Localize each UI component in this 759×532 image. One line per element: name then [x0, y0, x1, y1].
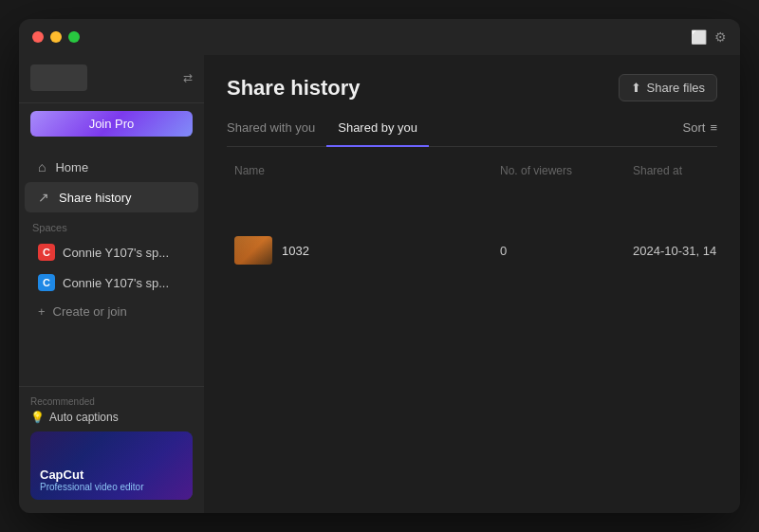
maximize-button[interactable] [68, 31, 80, 43]
space-name-1: Connie Y107's sp... [63, 246, 169, 260]
file-thumbnail [234, 236, 272, 265]
viewers-count: 0 [500, 244, 633, 258]
close-button[interactable] [32, 31, 44, 43]
monitor-icon[interactable]: ⬜ [691, 29, 707, 45]
space-item-2[interactable]: C Connie Y107's sp... [25, 267, 198, 298]
page-title: Share history [227, 76, 361, 101]
capcut-title: CapCut [40, 468, 144, 482]
sidebar-item-share-history[interactable]: ↗ Share history [25, 182, 198, 212]
space-icon-1: C [38, 244, 55, 261]
tabs: Shared with you Shared by you [227, 117, 429, 138]
titlebar-actions: ⬜ ⚙ [691, 29, 727, 45]
share-files-icon: ⬆ [631, 81, 641, 95]
sidebar-bottom: Recommended 💡 Auto captions CapCut Profe… [19, 386, 204, 504]
table-header: Name No. of viewers Shared at Who can op… [227, 158, 717, 223]
join-pro-button[interactable]: Join Pro [30, 111, 193, 137]
tab-shared-by-you[interactable]: Shared by you [326, 117, 429, 138]
sidebar-home-label: Home [55, 160, 88, 174]
sidebar-item-home[interactable]: ⌂ Home [25, 152, 198, 182]
file-cell: 1032 [234, 236, 500, 265]
capcut-banner[interactable]: CapCut Professional video editor [30, 431, 193, 500]
sidebar: ⇄ Join Pro ⌂ Home ↗ Share history Spaces… [19, 55, 204, 513]
table-body: 1032 0 2024-10-31, 14:53 Everyone ▾ 🔗 Co… [227, 225, 717, 494]
space-item-1[interactable]: C Connie Y107's sp... [25, 237, 198, 267]
space-name-2: Connie Y107's sp... [63, 276, 169, 290]
create-or-join-button[interactable]: + Create or join [25, 298, 198, 325]
col-shared-at: Shared at [633, 164, 740, 217]
table-row[interactable]: 1032 0 2024-10-31, 14:53 Everyone ▾ 🔗 Co… [227, 225, 717, 276]
settings-icon[interactable]: ⚙ [714, 29, 727, 45]
sidebar-share-history-label: Share history [59, 191, 132, 205]
minimize-button[interactable] [50, 31, 62, 43]
main-layout: ⇄ Join Pro ⌂ Home ↗ Share history Spaces… [19, 55, 740, 513]
create-join-label: Create or join [53, 304, 127, 319]
sidebar-nav: ⌂ Home ↗ Share history Spaces C Connie Y… [19, 148, 204, 378]
app-window: ⬜ ⚙ ⇄ Join Pro ⌂ Home ↗ Share history [19, 19, 740, 513]
capcut-subtitle: Professional video editor [40, 482, 144, 492]
col-viewers: No. of viewers [500, 164, 633, 217]
shared-at-value: 2024-10-31, 14:53 [633, 244, 717, 258]
tabs-row: Shared with you Shared by you Sort ≡ [227, 117, 717, 147]
tab-shared-with-you[interactable]: Shared with you [227, 117, 326, 138]
space-icon-2: C [38, 274, 55, 291]
col-name: Name [234, 164, 500, 217]
titlebar: ⬜ ⚙ [19, 19, 740, 55]
recommended-label: Recommended [30, 396, 193, 407]
auto-captions-label: 💡 Auto captions [30, 411, 193, 424]
share-icon: ↗ [38, 190, 49, 205]
plus-icon: + [38, 304, 46, 319]
main-content: Share history ⬆ Share files Shared with … [204, 55, 740, 513]
traffic-lights [32, 31, 80, 43]
bulb-icon: 💡 [30, 411, 45, 424]
content-header: Share history ⬆ Share files [227, 74, 717, 101]
sidebar-user-area: ⇄ [19, 64, 204, 103]
sort-icon: ≡ [710, 120, 717, 135]
file-name: 1032 [282, 244, 309, 258]
avatar [30, 64, 87, 91]
spaces-label: Spaces [19, 212, 204, 237]
sort-button[interactable]: Sort ≡ [683, 120, 717, 135]
exchange-icon[interactable]: ⇄ [183, 71, 193, 84]
share-files-label: Share files [647, 81, 705, 95]
share-files-button[interactable]: ⬆ Share files [619, 74, 717, 101]
capcut-text: CapCut Professional video editor [40, 468, 144, 492]
sort-label: Sort [683, 120, 706, 135]
home-icon: ⌂ [38, 159, 46, 174]
